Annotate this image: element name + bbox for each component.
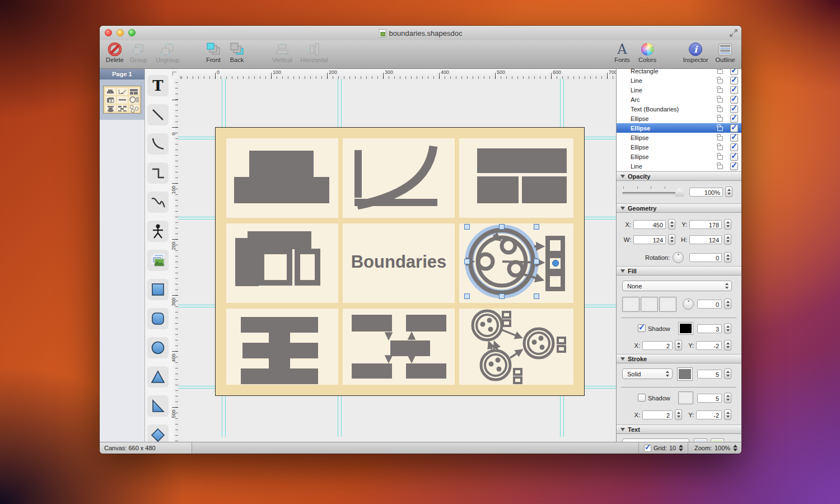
image-tool[interactable] [147,250,169,271]
fill-angle-field[interactable]: 0 [697,300,722,309]
unlock-icon[interactable] [717,146,723,150]
unlock-icon[interactable] [717,117,723,122]
fill-shadow-y-field[interactable]: -2 [696,341,722,350]
grid-stepper[interactable] [678,445,683,451]
layer-row[interactable]: Ellipse [617,133,741,142]
line-endpoint-handle[interactable] [553,260,559,267]
stroke-shadow-x-stepper[interactable] [675,409,682,420]
vertical-align-button[interactable]: Vertical [269,41,296,67]
fill-color-well-2[interactable] [641,297,658,312]
fill-shadow-color-well[interactable] [678,322,693,335]
layer-row[interactable]: Rectangle [617,69,741,76]
geometry-h-field[interactable]: 124 [689,235,722,244]
stroke-color-well[interactable] [677,367,693,381]
layer-row[interactable]: Ellipse [617,152,741,161]
stroke-type-dropdown[interactable]: Solid [622,368,673,379]
stroke-shadow-checkbox[interactable] [638,394,646,402]
figure-tool[interactable] [147,221,169,242]
geometry-x-stepper[interactable] [668,219,675,230]
right-triangle-tool[interactable] [147,395,169,417]
fullscreen-icon[interactable] [729,29,738,38]
opacity-section-header[interactable]: Opacity [617,171,741,181]
stroke-shadow-color-well[interactable] [678,391,693,404]
rectangle-tool[interactable] [147,279,169,300]
arc-tool[interactable] [147,133,169,155]
grid-checkbox[interactable] [644,445,651,452]
geometry-w-field[interactable]: 124 [633,235,666,244]
group-button[interactable]: Group [127,41,150,67]
curve-tool[interactable] [147,192,169,213]
text-section-header[interactable]: Text [617,424,741,434]
opacity-stepper[interactable] [725,186,732,197]
elbow-line-tool[interactable] [147,162,169,184]
unlock-icon[interactable] [717,127,723,131]
fill-shadow-x-field[interactable]: 2 [642,341,673,350]
fill-shadow-blur-stepper[interactable] [724,323,731,334]
layer-row[interactable]: Line [617,161,741,171]
fill-shadow-checkbox[interactable] [638,324,646,332]
canvas-document[interactable]: Boundaries [215,127,585,396]
geometry-section-header[interactable]: Geometry [617,203,741,213]
fill-shadow-x-stepper[interactable] [675,340,682,351]
fill-section-header[interactable]: Fill [617,266,741,276]
back-button[interactable]: Back [226,41,248,67]
visibility-checkbox[interactable] [730,105,738,113]
colors-button[interactable]: Colors [635,41,660,67]
stroke-section-header[interactable]: Stroke [617,354,741,363]
triangle-tool[interactable] [147,366,169,388]
visibility-checkbox[interactable] [730,162,738,170]
boundaries-text[interactable]: Boundaries [351,252,447,272]
visibility-checkbox[interactable] [730,153,738,161]
unlock-icon[interactable] [717,108,723,112]
unlock-icon[interactable] [717,155,723,160]
fill-shadow-blur-field[interactable]: 3 [697,324,722,333]
stroke-width-stepper[interactable] [724,368,731,379]
unlock-icon[interactable] [717,165,723,169]
stroke-shadow-x-field[interactable]: 2 [642,410,673,419]
unlock-icon[interactable] [717,136,723,141]
layer-row[interactable]: Arc [617,95,741,104]
layer-row[interactable]: Ellipse [617,114,741,123]
unlock-icon[interactable] [717,88,723,93]
visibility-checkbox[interactable] [730,124,738,132]
visibility-checkbox[interactable] [730,96,738,104]
geometry-x-field[interactable]: 450 [633,220,666,229]
fill-shadow-y-stepper[interactable] [724,340,731,351]
line-tool[interactable] [147,104,169,125]
minimize-button[interactable] [116,29,124,36]
ungroup-button[interactable]: Ungroup [152,41,183,67]
fill-angle-dial[interactable] [683,298,694,310]
shape-bars[interactable] [241,317,318,384]
fill-color-well-3[interactable] [659,297,676,312]
horizontal-align-button[interactable]: Horizontal [297,41,332,67]
canvas-viewport[interactable]: Boundaries [178,79,616,442]
diamond-tool[interactable] [147,424,169,442]
visibility-checkbox[interactable] [730,69,738,75]
layer-row[interactable]: Ellipse [617,142,741,152]
delete-button[interactable]: Delete [104,41,125,67]
layer-row[interactable]: Text (Boundaries) [617,104,741,114]
geometry-w-stepper[interactable] [668,234,675,245]
opacity-value-field[interactable]: 100% [689,188,723,197]
geometry-h-stepper[interactable] [724,234,731,245]
stroke-shadow-y-stepper[interactable] [724,409,731,420]
inspector-button[interactable]: i Inspector [681,41,710,67]
fill-color-well-1[interactable] [622,297,640,312]
rounded-rectangle-tool[interactable] [147,308,169,329]
page-thumbnail[interactable] [104,86,141,113]
close-button[interactable] [105,29,112,36]
text-tool[interactable]: T [147,75,169,96]
visibility-checkbox[interactable] [730,143,738,151]
front-button[interactable]: Front [203,41,224,67]
rotation-field[interactable]: 0 [689,253,722,262]
geometry-y-field[interactable]: 178 [689,220,722,229]
ellipse-tool[interactable] [147,337,169,358]
layer-row[interactable]: Line [617,85,741,95]
fill-type-dropdown[interactable]: None [622,281,732,291]
visibility-checkbox[interactable] [730,86,738,94]
zoom-button[interactable] [128,29,136,36]
stroke-width-field[interactable]: 5 [697,370,722,379]
unlock-icon[interactable] [717,69,723,74]
visibility-checkbox[interactable] [730,77,738,85]
visibility-checkbox[interactable] [730,115,738,123]
